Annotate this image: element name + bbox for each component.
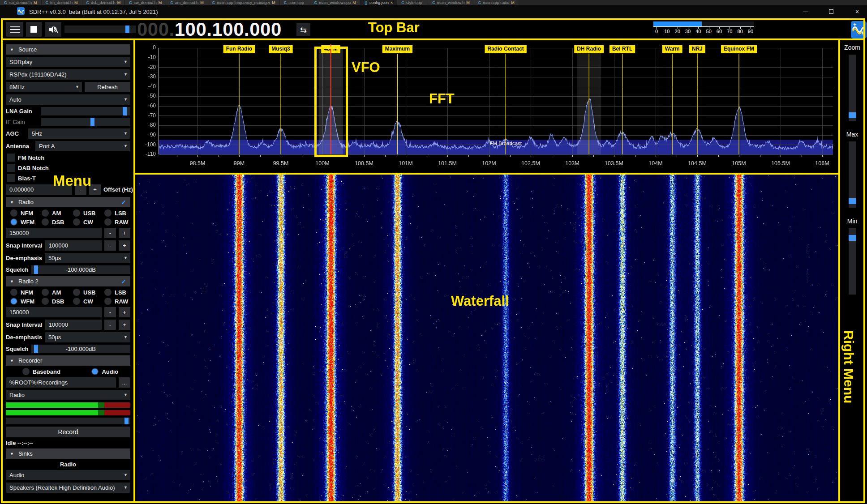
waterfall-display[interactable] (137, 175, 837, 501)
recorder-volume-slider[interactable] (6, 418, 130, 424)
zoom-slider-handle[interactable] (849, 112, 856, 118)
deemphasis-select[interactable]: 50µs▼ (45, 332, 130, 342)
maximize-button[interactable] (825, 7, 837, 17)
recorder-volume-handle[interactable] (124, 418, 129, 424)
editor-tab[interactable]: Cmain.cpp frequency_managerM (208, 0, 280, 5)
chevron-down-icon: ▼ (124, 57, 128, 67)
squelch-slider[interactable]: -100.000dB (31, 345, 130, 353)
vfo-swap-button[interactable]: ⇆ (296, 23, 310, 36)
editor-tab-label: main.cpp radio (483, 0, 509, 5)
mode-option-usb[interactable]: USB (69, 289, 99, 296)
editor-tab[interactable]: Cam_demod.hM (166, 0, 208, 5)
waterfall-canvas[interactable] (137, 175, 837, 501)
sink-device-select[interactable]: Speakers (Realtek High Definition Audio)… (6, 483, 130, 493)
mode-label: USB (83, 289, 95, 296)
editor-tab[interactable]: Cmain_window.hM (428, 0, 474, 5)
snap-minus-button[interactable]: - (104, 240, 116, 251)
radio-circle (73, 289, 80, 296)
mode-label: NFM (21, 210, 33, 217)
snap-minus-button[interactable]: - (104, 320, 116, 330)
bandwidth-plus-button[interactable]: + (119, 228, 130, 238)
snap-interval-input[interactable]: 100000 (45, 240, 102, 251)
mode-option-cw[interactable]: CW (69, 298, 99, 305)
samplerate-select[interactable]: Auto▼ (6, 94, 130, 105)
editor-tab[interactable]: Ccore.cpp (280, 0, 310, 5)
recorder-audio-option[interactable]: Audio (87, 368, 118, 375)
radio2-bandwidth-input[interactable]: 150000 (6, 307, 102, 317)
deemphasis-select[interactable]: 50µs▼ (45, 253, 130, 263)
close-button[interactable]: × (851, 7, 863, 17)
zoom-slider[interactable] (849, 55, 856, 121)
mode-option-lsb[interactable]: LSB (100, 209, 130, 217)
bias-t-checkbox[interactable] (7, 174, 15, 182)
source-driver-select[interactable]: SDRplay▼ (6, 57, 130, 67)
enabled-check-icon[interactable]: ✓ (121, 278, 126, 285)
source-device-select[interactable]: RSPdx (191106DA42)▼ (6, 69, 130, 80)
radio-bandwidth-input[interactable]: 150000 (6, 228, 102, 238)
mode-option-am[interactable]: AM (37, 209, 68, 217)
mode-option-lsb[interactable]: LSB (100, 289, 130, 296)
refresh-button[interactable]: Refresh (85, 82, 130, 92)
bandwidth-select[interactable]: 8MHz▼ (6, 82, 82, 92)
snap-plus-button[interactable]: + (119, 320, 130, 330)
max-slider-handle[interactable] (849, 198, 856, 204)
browse-button[interactable]: ... (119, 377, 130, 388)
mode-option-am[interactable]: AM (37, 289, 68, 296)
mode-option-usb[interactable]: USB (69, 209, 99, 217)
editor-tab[interactable]: Ccw_demod.hM (125, 0, 166, 5)
squelch-slider[interactable]: -100.000dB (31, 265, 130, 274)
mode-option-wfm[interactable]: WFM (6, 298, 36, 305)
radio-section-header[interactable]: ▼ Radio ✓ (6, 197, 130, 207)
frequency-display[interactable]: 000.100.100.000 (137, 19, 282, 40)
editor-tab[interactable]: {}config.json× (361, 0, 397, 5)
lna-gain-slider[interactable] (41, 107, 130, 115)
if-gain-slider[interactable] (41, 118, 130, 126)
mode-option-nfm[interactable]: NFM (6, 289, 36, 296)
volume-slider-handle[interactable] (125, 26, 129, 33)
record-button[interactable]: Record (6, 427, 130, 437)
mode-option-raw[interactable]: RAW (100, 298, 130, 305)
antenna-select[interactable]: Port A▼ (35, 141, 130, 151)
min-slider-handle[interactable] (849, 235, 856, 241)
fft-canvas[interactable] (137, 42, 837, 171)
sink-type-select[interactable]: Audio▼ (6, 470, 130, 480)
menu-toggle-button[interactable] (6, 22, 23, 37)
fft-display[interactable] (137, 42, 837, 171)
stop-button[interactable] (26, 22, 42, 37)
source-section-header[interactable]: ▼ Source (6, 44, 130, 55)
enabled-check-icon[interactable]: ✓ (121, 199, 126, 206)
sinks-section-header[interactable]: ▼ Sinks (6, 448, 130, 459)
recorder-stream-select[interactable]: Radio▼ (6, 390, 130, 400)
dab-notch-checkbox[interactable] (7, 164, 15, 172)
min-slider[interactable] (849, 228, 856, 295)
agc-select[interactable]: 5Hz▼ (28, 128, 130, 139)
editor-tab[interactable]: Ciso_demod.hM (0, 0, 42, 5)
minimize-button[interactable] (799, 7, 811, 17)
editor-tab[interactable]: Cmain.cpp radioM (474, 0, 519, 5)
editor-tab[interactable]: Cstyle.cpp (397, 0, 428, 5)
bandwidth-minus-button[interactable]: - (104, 228, 116, 238)
bandwidth-minus-button[interactable]: - (104, 307, 116, 317)
mode-option-wfm[interactable]: WFM (6, 218, 36, 226)
editor-tab[interactable]: Cdsb_demod.hM (82, 0, 125, 5)
recording-path-input[interactable]: %ROOT%/Recordings (6, 377, 116, 388)
radio2-section-header[interactable]: ▼ Radio 2 ✓ (6, 276, 130, 286)
fm-notch-checkbox[interactable] (7, 154, 15, 162)
mode-option-dsb[interactable]: DSB (37, 218, 68, 226)
snap-interval-input[interactable]: 100000 (45, 320, 102, 330)
recorder-section-header[interactable]: ▼ Recorder (6, 355, 130, 366)
editor-tab[interactable]: Cmain_window.cppM (310, 0, 361, 5)
editor-tab[interactable]: Cfm_demod.hM (42, 0, 82, 5)
mode-option-dsb[interactable]: DSB (37, 298, 68, 305)
if-gain-handle[interactable] (90, 118, 94, 126)
mute-button[interactable] (45, 22, 61, 37)
mode-option-nfm[interactable]: NFM (6, 209, 36, 217)
max-slider[interactable] (849, 141, 856, 208)
recorder-baseband-option[interactable]: Baseband (18, 368, 60, 375)
mode-option-cw[interactable]: CW (69, 218, 99, 226)
snap-plus-button[interactable]: + (119, 240, 130, 251)
bandwidth-plus-button[interactable]: + (119, 307, 130, 317)
volume-slider[interactable] (64, 26, 136, 33)
mode-option-raw[interactable]: RAW (100, 218, 130, 226)
lna-gain-handle[interactable] (123, 107, 127, 115)
